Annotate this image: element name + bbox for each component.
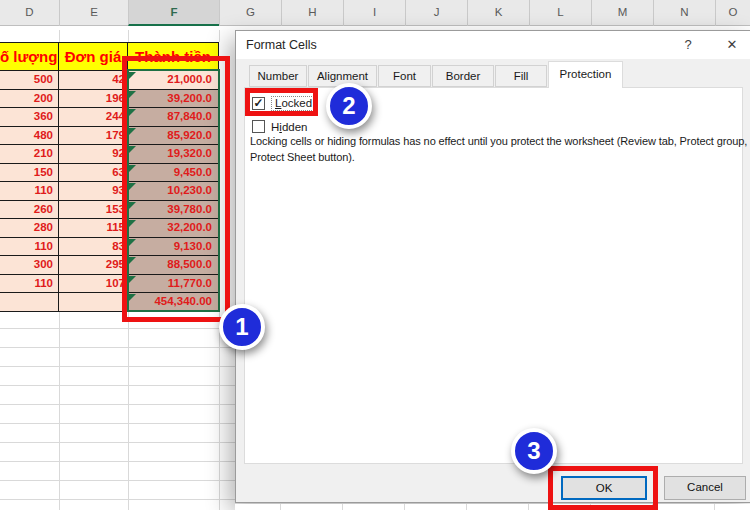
table-row: 300 295 88,500.0 <box>0 256 219 275</box>
price-cell[interactable]: 63 <box>59 164 128 183</box>
table-row: 480 179 85,920.0 <box>0 127 219 146</box>
column-header[interactable]: L <box>529 0 591 26</box>
table-row: 260 153 39,780.0 <box>0 201 219 220</box>
close-button[interactable]: ✕ <box>716 31 748 59</box>
tab-protection[interactable]: Protection <box>548 61 623 88</box>
amount-cell[interactable]: 10,230.0 <box>128 182 219 201</box>
formula-error-triangle-icon <box>129 202 136 209</box>
amount-cell[interactable]: 9,130.0 <box>128 238 219 257</box>
table-row: 110 107 11,770.0 <box>0 275 219 294</box>
formula-error-triangle-icon <box>129 183 136 190</box>
amount-cell[interactable]: 39,780.0 <box>128 201 219 220</box>
qty-cell[interactable]: 210 <box>0 145 59 164</box>
gridline <box>128 30 129 42</box>
gridline <box>59 30 60 42</box>
qty-cell[interactable]: 280 <box>0 219 59 238</box>
qty-cell[interactable]: 110 <box>0 182 59 201</box>
column-header[interactable]: E <box>59 0 128 26</box>
table-header-row: ố lượng Đơn giá Thành tiền <box>0 43 219 71</box>
amount-cell-active[interactable]: 21,000.0 <box>128 71 219 90</box>
tab-border[interactable]: Border <box>432 65 494 87</box>
amount-cell[interactable]: 32,200.0 <box>128 219 219 238</box>
screenshot-root: D E F G H I J K L M N O ố lượng Đơn giá … <box>0 0 750 510</box>
gridline <box>219 30 220 42</box>
table-row: 280 115 32,200.0 <box>0 219 219 238</box>
qty-cell[interactable]: 150 <box>0 164 59 183</box>
format-cells-dialog: Format Cells ? ✕ Number Alignment Font B… <box>235 30 750 503</box>
help-icon: ? <box>684 37 691 52</box>
data-table: ố lượng Đơn giá Thành tiền 500 42 21,000… <box>0 42 219 312</box>
hidden-checkbox[interactable] <box>252 120 265 133</box>
column-header-selected[interactable]: F <box>128 0 219 26</box>
cancel-button[interactable]: Cancel <box>664 476 746 500</box>
dialog-titlebar[interactable]: Format Cells ? ✕ <box>236 31 750 59</box>
amount-cell[interactable]: 87,840.0 <box>128 108 219 127</box>
qty-cell[interactable]: 360 <box>0 108 59 127</box>
tab-font[interactable]: Font <box>378 65 431 87</box>
qty-cell[interactable]: 110 <box>0 275 59 294</box>
price-header-cell[interactable]: Đơn giá <box>59 43 128 71</box>
amount-header-cell[interactable]: Thành tiền <box>128 43 219 71</box>
step-badge-3: 3 <box>511 428 557 474</box>
column-header[interactable]: O <box>715 0 750 26</box>
gridline <box>128 310 129 510</box>
price-cell[interactable]: 179 <box>59 127 128 146</box>
help-button[interactable]: ? <box>672 31 704 59</box>
qty-cell[interactable]: 200 <box>0 90 59 109</box>
column-header[interactable]: J <box>405 0 467 26</box>
price-cell[interactable]: 107 <box>59 275 128 294</box>
column-header-strip: D E F G H I J K L M N O <box>0 0 750 26</box>
tab-number[interactable]: Number <box>249 65 307 87</box>
formula-error-triangle-icon <box>129 128 136 135</box>
column-header[interactable]: G <box>219 0 281 26</box>
column-header[interactable]: K <box>467 0 529 26</box>
column-header[interactable]: H <box>281 0 343 26</box>
dialog-title: Format Cells <box>246 31 317 59</box>
price-cell[interactable]: 295 <box>59 256 128 275</box>
formula-error-triangle-icon <box>129 109 136 116</box>
column-header[interactable]: M <box>591 0 653 26</box>
step-badge-1: 1 <box>219 304 265 350</box>
qty-cell[interactable]: 500 <box>0 71 59 90</box>
table-row: 110 83 9,130.0 <box>0 238 219 257</box>
price-cell[interactable]: 83 <box>59 238 128 257</box>
price-cell[interactable]: 93 <box>59 182 128 201</box>
price-cell[interactable]: 92 <box>59 145 128 164</box>
gridline <box>219 310 220 510</box>
amount-cell[interactable]: 88,500.0 <box>128 256 219 275</box>
column-header[interactable]: I <box>343 0 405 26</box>
amount-cell[interactable]: 85,920.0 <box>128 127 219 146</box>
tab-fill[interactable]: Fill <box>495 65 547 87</box>
price-cell[interactable]: 244 <box>59 108 128 127</box>
price-cell[interactable]: 42 <box>59 71 128 90</box>
amount-cell[interactable]: 19,320.0 <box>128 145 219 164</box>
table-row: 500 42 21,000.0 <box>0 71 219 90</box>
table-row: 110 93 10,230.0 <box>0 182 219 201</box>
gridline <box>59 310 60 510</box>
qty-cell[interactable]: 300 <box>0 256 59 275</box>
total-row: 454,340.00 <box>0 293 219 312</box>
locked-checkbox[interactable]: ✓ <box>252 97 265 110</box>
total-amount-cell[interactable]: 454,340.00 <box>128 293 219 312</box>
hidden-label[interactable]: Hidden <box>271 121 307 133</box>
amount-cell[interactable]: 9,450.0 <box>128 164 219 183</box>
formula-error-triangle-icon <box>129 220 136 227</box>
amount-cell[interactable]: 11,770.0 <box>128 275 219 294</box>
locked-label[interactable]: Locked <box>271 96 316 111</box>
protection-description: Locking cells or hiding formulas has no … <box>250 133 747 165</box>
price-cell[interactable]: 115 <box>59 219 128 238</box>
qty-cell[interactable]: 110 <box>0 238 59 257</box>
qty-header-cell[interactable]: ố lượng <box>0 43 59 71</box>
column-header[interactable]: D <box>0 0 59 26</box>
empty-cell[interactable] <box>0 293 59 312</box>
ok-button[interactable]: OK <box>561 476 647 500</box>
price-cell[interactable]: 196 <box>59 90 128 109</box>
price-cell[interactable]: 153 <box>59 201 128 220</box>
qty-cell[interactable]: 480 <box>0 127 59 146</box>
column-header[interactable]: N <box>653 0 715 26</box>
checkmark-icon: ✓ <box>253 96 263 110</box>
amount-cell[interactable]: 39,200.0 <box>128 90 219 109</box>
empty-cell[interactable] <box>59 293 128 312</box>
qty-cell[interactable]: 260 <box>0 201 59 220</box>
formula-error-triangle-icon <box>129 146 136 153</box>
